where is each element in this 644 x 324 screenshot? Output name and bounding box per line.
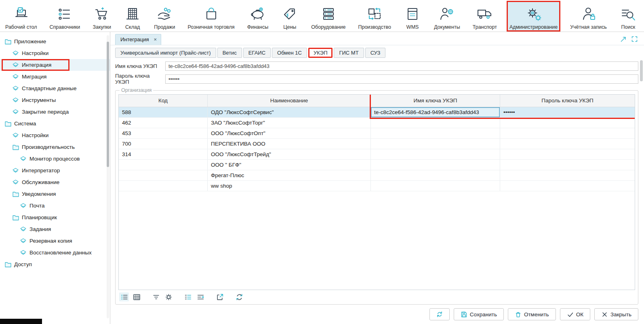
table-cell[interactable]: 462 [119, 118, 208, 128]
toolbar-item-sales[interactable]: Продажи [151, 1, 178, 32]
toolbar-item-documents[interactable]: Документы [431, 1, 463, 32]
sidebar-item-process-monitor[interactable]: Монитор процессов [0, 153, 110, 165]
subtab-exchange-1c[interactable]: Обмен 1С [272, 48, 307, 58]
table-row[interactable]: ООО " БГФ" [119, 160, 635, 170]
subtab-ukep[interactable]: УКЭП [308, 48, 333, 58]
table-cell[interactable] [500, 160, 635, 170]
maximize-icon[interactable] [631, 36, 638, 42]
table-cell[interactable] [371, 139, 500, 149]
sidebar-item-tools[interactable]: Инструменты [0, 94, 110, 106]
key-password-input[interactable] [165, 74, 638, 84]
table-cell[interactable] [119, 160, 208, 170]
main-scrollbar-thumb[interactable] [640, 60, 643, 81]
table-row[interactable]: 462ЗАО "ЛюксСофтТорг" [119, 118, 635, 128]
close-button[interactable]: Закрыть [594, 308, 638, 320]
sidebar-item-performance[interactable]: Производительность [0, 141, 110, 153]
subtab-suz[interactable]: СУЗ [365, 48, 386, 58]
table-row[interactable]: Фрегат-Плюс [119, 170, 635, 181]
cancel-button[interactable]: Отменить [508, 308, 556, 320]
sidebar-item-data-restore[interactable]: Восстановление данных [0, 247, 110, 258]
table-cell[interactable] [119, 181, 208, 191]
open-external-icon[interactable] [620, 36, 626, 42]
table-cell[interactable]: ООО "ЛюксСофтТрейд" [208, 149, 371, 159]
table-cell[interactable] [371, 160, 500, 170]
sidebar-item-standard-data[interactable]: Стандартные данные [0, 83, 110, 94]
column-header-3[interactable]: Пароль ключа УКЭП [500, 95, 635, 107]
toolbar-item-search[interactable]: Поиск [617, 1, 640, 32]
table-cell[interactable] [500, 139, 635, 149]
table-cell[interactable]: te-c8c2ce64-f586-42ad-9496-caf8b3afdd43 [371, 107, 500, 117]
sidebar-item-app-settings[interactable]: Настройки [0, 47, 110, 59]
table-cell[interactable]: ОДО "ЛюксСофтСервис" [208, 107, 371, 117]
table-cell[interactable] [371, 170, 500, 180]
table-row[interactable]: 314ООО "ЛюксСофтТрейд" [119, 149, 635, 160]
filter-icon[interactable] [151, 292, 161, 301]
table-cell[interactable] [500, 128, 635, 138]
subtab-gis-mt[interactable]: ГИС МТ [334, 48, 364, 58]
table-cell[interactable]: ПЕРСПЕКТИВА ООО [208, 139, 371, 149]
table-row[interactable]: 453ООО "ЛюксСофтОпт" [119, 128, 635, 139]
table-cell[interactable] [371, 128, 500, 138]
sidebar-item-tasks[interactable]: Задания [0, 223, 110, 235]
table-cell[interactable]: 700 [119, 139, 208, 149]
table-cell[interactable]: 314 [119, 149, 208, 159]
grid-view-icon[interactable] [132, 292, 141, 301]
table-cell[interactable] [500, 170, 635, 180]
table-cell[interactable]: Фрегат-Плюс [208, 170, 371, 180]
toolbar-item-finance[interactable]: Финансы [244, 1, 271, 32]
sidebar-scrollbar-thumb[interactable] [107, 42, 109, 167]
table-row[interactable]: 700ПЕРСПЕКТИВА ООО [119, 139, 635, 149]
toolbar-item-directories[interactable]: Справочники [47, 1, 83, 32]
refresh-loop-icon[interactable] [234, 292, 244, 301]
subtab-egais[interactable]: ЕГАИС [243, 48, 271, 58]
numbered-list-icon[interactable] [183, 292, 193, 301]
sidebar-item-backup[interactable]: Резервная копия [0, 235, 110, 247]
save-button[interactable]: Сохранить [454, 308, 504, 320]
toolbar-item-warehouse[interactable]: Склад [121, 1, 144, 32]
list-view-icon[interactable] [119, 292, 129, 301]
table-cell[interactable]: ООО " БГФ" [208, 160, 371, 170]
toolbar-item-equipment[interactable]: Оборудование [308, 1, 348, 32]
toolbar-item-purchases[interactable]: Закупки [90, 1, 114, 32]
column-header-2[interactable]: Имя ключа УКЭП [371, 95, 500, 107]
table-cell[interactable] [119, 170, 208, 180]
table-cell[interactable] [371, 181, 500, 191]
sidebar-item-mail[interactable]: Почта [0, 200, 110, 212]
table-cell[interactable]: •••••• [500, 107, 635, 117]
table-cell[interactable]: ww shop [208, 181, 371, 191]
toolbar-item-transport[interactable]: Транспорт [470, 1, 500, 32]
tab-close-icon[interactable]: × [154, 36, 157, 42]
toolbar-item-production[interactable]: Производство [355, 1, 394, 32]
table-cell[interactable] [371, 118, 500, 128]
toolbar-item-wms[interactable]: WMS [401, 1, 424, 32]
sidebar-item-access[interactable]: Доступ [0, 258, 110, 270]
table-cell[interactable]: 453 [119, 128, 208, 138]
sidebar-item-integration[interactable]: Интеграция [0, 59, 110, 71]
table-cell[interactable]: 588 [119, 107, 208, 117]
sidebar-item-migration[interactable]: Миграция [0, 71, 110, 83]
toolbar-item-desktop[interactable]: Рабочий стол [2, 1, 40, 32]
table-row[interactable]: ww shop [119, 181, 635, 191]
column-header-1[interactable]: Наименование [208, 95, 371, 107]
table-cell[interactable] [371, 149, 500, 159]
ok-button[interactable]: ОК [560, 308, 590, 320]
toolbar-item-prices[interactable]: Цены [278, 1, 301, 32]
table-cell[interactable] [500, 181, 635, 191]
sidebar-item-period-closing[interactable]: Закрытие периода [0, 106, 110, 118]
column-header-0[interactable]: Код [119, 95, 208, 107]
sidebar-item-notifications[interactable]: Уведомления [0, 188, 110, 200]
table-row[interactable]: 588ОДО "ЛюксСофтСервис"te-c8c2ce64-f586-… [119, 107, 635, 118]
table-cell[interactable] [500, 118, 635, 128]
toolbar-item-retail[interactable]: Розничная торговля [185, 1, 238, 32]
subtab-universal-import[interactable]: Универсальный импорт (Прайс-лист) [115, 48, 216, 58]
sidebar-item-system-settings[interactable]: Настройки [0, 129, 110, 141]
sidebar-item-scheduler[interactable]: Планировщик [0, 212, 110, 223]
table-cell[interactable]: ООО "ЛюксСофтОпт" [208, 128, 371, 138]
sidebar-item-app[interactable]: Приложение [0, 36, 110, 47]
table-cell[interactable] [500, 149, 635, 159]
toolbar-item-account[interactable]: Учётная запись [567, 1, 609, 32]
sidebar-item-system[interactable]: Система [0, 118, 110, 129]
table-cell[interactable]: ЗАО "ЛюксСофтТорг" [208, 118, 371, 128]
align-icon[interactable] [196, 292, 205, 301]
sidebar-item-interpreter[interactable]: Интерпретатор [0, 165, 110, 176]
